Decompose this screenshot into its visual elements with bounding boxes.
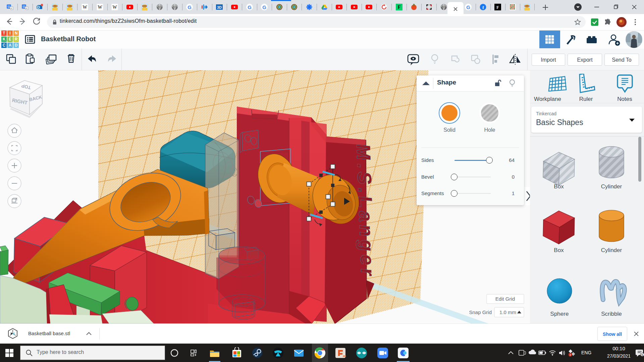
svg-text:3: 3	[569, 353, 571, 357]
svg-text:Solid: Solid	[443, 127, 455, 133]
svg-text:G: G	[187, 4, 192, 10]
svg-text:W: W	[113, 5, 117, 10]
svg-text:360: 360	[343, 355, 346, 357]
svg-text:Hole: Hole	[484, 127, 495, 133]
svg-text:Cylinder: Cylinder	[601, 247, 622, 253]
svg-text:3D: 3D	[217, 5, 222, 9]
svg-text:G: G	[248, 4, 252, 10]
svg-text:Box: Box	[554, 183, 564, 190]
svg-text:F: F	[397, 5, 400, 10]
svg-text:Sphere: Sphere	[550, 311, 569, 317]
svg-text:Snap Grid: Snap Grid	[469, 309, 492, 315]
svg-text:x: x	[11, 7, 12, 10]
svg-text:Box: Box	[554, 247, 564, 253]
svg-text:1.0 mm: 1.0 mm	[499, 309, 516, 315]
svg-text:G: G	[466, 4, 470, 10]
svg-text:F: F	[496, 5, 499, 10]
svg-text:G: G	[262, 4, 266, 10]
svg-text:x: x	[26, 7, 27, 10]
svg-text:f: f	[482, 5, 484, 10]
svg-text:Edit Grid: Edit Grid	[495, 296, 515, 302]
svg-text:Scribble: Scribble	[601, 311, 622, 317]
svg-text:Cylinder: Cylinder	[601, 183, 622, 190]
svg-text:W: W	[98, 5, 102, 10]
svg-text:W: W	[83, 5, 87, 10]
svg-text:5: 5	[641, 353, 643, 357]
